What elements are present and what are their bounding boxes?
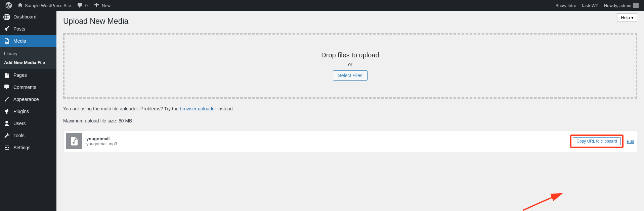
media-item: yougotmail yougotmail.mp3 Copy URL to cl…: [63, 130, 637, 152]
comment-icon: [77, 2, 83, 9]
admin-sidebar: Dashboard Posts Media Library Add New Me…: [0, 11, 56, 211]
submenu-add-new[interactable]: Add New Media File: [0, 58, 56, 67]
sidebar-item-tools[interactable]: Tools: [0, 129, 56, 142]
pin-icon: [3, 25, 10, 32]
sidebar-item-pages[interactable]: Pages: [0, 69, 56, 81]
page-title: Upload New Media: [63, 11, 637, 29]
audio-file-icon: [66, 133, 82, 149]
copy-url-button[interactable]: Copy URL to clipboard: [573, 137, 620, 145]
uploader-note: You are using the multi-file uploader. P…: [63, 106, 637, 111]
new-link[interactable]: New: [90, 0, 113, 11]
sidebar-item-plugins[interactable]: Plugins: [0, 105, 56, 117]
sidebar-item-appearance[interactable]: Appearance: [0, 93, 56, 105]
brush-icon: [3, 96, 10, 103]
comments-count: 0: [85, 3, 88, 8]
help-button[interactable]: Help ▾: [617, 13, 637, 22]
comments-link[interactable]: 0: [74, 0, 90, 11]
select-files-button[interactable]: Select Files: [333, 70, 367, 81]
media-submenu: Library Add New Media File: [0, 47, 56, 69]
plug-icon: [3, 108, 10, 115]
annotation-arrow: [520, 188, 567, 211]
dropzone-or: or: [71, 62, 629, 67]
wordpress-logo[interactable]: [3, 0, 15, 11]
avatar-icon: [633, 3, 639, 8]
users-icon: [3, 120, 10, 127]
sidebar-item-media[interactable]: Media: [0, 35, 56, 47]
comments-icon: [3, 84, 10, 91]
sidebar-item-posts[interactable]: Posts: [0, 23, 56, 35]
pages-icon: [3, 72, 10, 78]
media-filename: yougotmail.mp3: [86, 141, 566, 146]
dashboard-icon: [3, 13, 10, 20]
sidebar-item-comments[interactable]: Comments: [0, 81, 56, 93]
upload-dropzone[interactable]: Drop files to upload or Select Files: [63, 33, 637, 99]
site-link[interactable]: Sample WordPress Site: [15, 0, 74, 11]
show-intro-link[interactable]: Show Intro – TasteWP: [553, 0, 601, 11]
edit-link[interactable]: Edit: [627, 139, 634, 144]
sidebar-item-dashboard[interactable]: Dashboard: [0, 11, 56, 23]
browser-uploader-link[interactable]: browser uploader: [180, 106, 216, 111]
wrench-icon: [3, 132, 10, 139]
max-upload-size: Maximum upload file size: 60 MB.: [63, 118, 637, 123]
media-icon: [3, 38, 10, 44]
site-title-label: Sample WordPress Site: [25, 3, 71, 8]
sidebar-item-settings[interactable]: Settings: [0, 142, 56, 154]
plus-icon: [93, 2, 100, 9]
sliders-icon: [3, 144, 10, 151]
dropzone-title: Drop files to upload: [71, 51, 629, 59]
chevron-down-icon: ▾: [631, 15, 634, 20]
submenu-library[interactable]: Library: [0, 49, 56, 58]
howdy-link[interactable]: Howdy, admin: [601, 0, 641, 11]
sidebar-item-users[interactable]: Users: [0, 117, 56, 129]
media-title: yougotmail: [86, 136, 566, 141]
annotation-highlight: Copy URL to clipboard: [570, 135, 623, 148]
new-label: New: [102, 3, 111, 8]
media-info: yougotmail yougotmail.mp3: [86, 136, 566, 146]
home-icon: [17, 3, 23, 8]
